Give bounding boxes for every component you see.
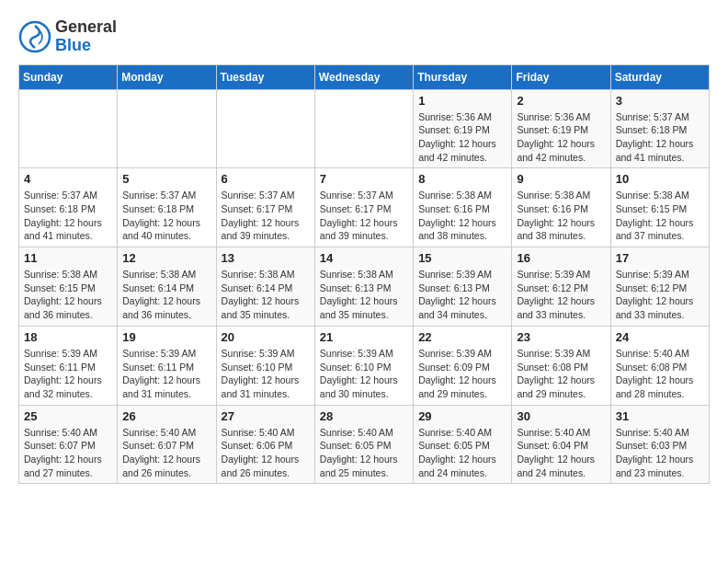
- day-number: 1: [418, 94, 506, 108]
- day-info: Sunrise: 5:36 AMSunset: 6:19 PMDaylight:…: [418, 110, 506, 165]
- day-of-week-header: Sunday: [19, 64, 118, 89]
- day-info: Sunrise: 5:40 AMSunset: 6:08 PMDaylight:…: [616, 347, 704, 401]
- day-number: 10: [616, 172, 704, 186]
- calendar-cell: 11Sunrise: 5:38 AMSunset: 6:15 PMDayligh…: [19, 247, 118, 327]
- day-number: 27: [222, 409, 310, 423]
- day-number: 13: [222, 251, 310, 265]
- day-number: 21: [320, 330, 408, 344]
- calendar-cell: 18Sunrise: 5:39 AMSunset: 6:11 PMDayligh…: [19, 326, 118, 405]
- calendar-cell: 29Sunrise: 5:40 AMSunset: 6:05 PMDayligh…: [414, 405, 512, 484]
- day-info: Sunrise: 5:38 AMSunset: 6:16 PMDaylight:…: [517, 189, 605, 243]
- calendar-cell: 9Sunrise: 5:38 AMSunset: 6:16 PMDaylight…: [512, 168, 610, 247]
- day-info: Sunrise: 5:37 AMSunset: 6:18 PMDaylight:…: [122, 189, 210, 243]
- calendar-cell: 28Sunrise: 5:40 AMSunset: 6:05 PMDayligh…: [314, 405, 413, 484]
- day-of-week-header: Wednesday: [314, 64, 413, 89]
- day-of-week-header: Thursday: [414, 64, 512, 89]
- calendar-cell: 8Sunrise: 5:38 AMSunset: 6:16 PMDaylight…: [414, 168, 512, 247]
- day-number: 28: [320, 409, 408, 423]
- day-info: Sunrise: 5:40 AMSunset: 6:04 PMDaylight:…: [517, 426, 605, 480]
- calendar-cell: 2Sunrise: 5:36 AMSunset: 6:19 PMDaylight…: [512, 89, 610, 168]
- calendar-cell: 16Sunrise: 5:39 AMSunset: 6:12 PMDayligh…: [512, 247, 610, 327]
- day-of-week-header: Tuesday: [216, 64, 314, 89]
- day-number: 5: [122, 172, 210, 186]
- calendar-cell: 1Sunrise: 5:36 AMSunset: 6:19 PMDaylight…: [414, 89, 512, 168]
- day-of-week-header: Saturday: [610, 64, 709, 89]
- calendar-cell: [118, 89, 216, 168]
- day-info: Sunrise: 5:40 AMSunset: 6:06 PMDaylight:…: [222, 426, 310, 480]
- day-info: Sunrise: 5:39 AMSunset: 6:13 PMDaylight:…: [418, 268, 506, 322]
- day-info: Sunrise: 5:38 AMSunset: 6:15 PMDaylight:…: [24, 268, 112, 322]
- day-info: Sunrise: 5:37 AMSunset: 6:17 PMDaylight:…: [222, 189, 310, 243]
- page-header: General Blue: [18, 18, 710, 55]
- calendar-table: SundayMondayTuesdayWednesdayThursdayFrid…: [18, 64, 710, 485]
- day-number: 6: [222, 172, 310, 186]
- day-info: Sunrise: 5:39 AMSunset: 6:11 PMDaylight:…: [24, 347, 112, 401]
- day-info: Sunrise: 5:38 AMSunset: 6:13 PMDaylight:…: [320, 268, 408, 322]
- calendar-cell: 3Sunrise: 5:37 AMSunset: 6:18 PMDaylight…: [610, 89, 709, 168]
- day-info: Sunrise: 5:39 AMSunset: 6:10 PMDaylight:…: [222, 347, 310, 401]
- day-of-week-header: Monday: [118, 64, 216, 89]
- calendar-cell: 22Sunrise: 5:39 AMSunset: 6:09 PMDayligh…: [414, 326, 512, 405]
- calendar-cell: 30Sunrise: 5:40 AMSunset: 6:04 PMDayligh…: [512, 405, 610, 484]
- calendar-cell: 24Sunrise: 5:40 AMSunset: 6:08 PMDayligh…: [610, 326, 709, 405]
- calendar-cell: [314, 89, 413, 168]
- day-number: 30: [517, 409, 605, 423]
- day-info: Sunrise: 5:40 AMSunset: 6:07 PMDaylight:…: [24, 426, 112, 480]
- logo-icon: [18, 20, 51, 53]
- calendar-cell: 21Sunrise: 5:39 AMSunset: 6:10 PMDayligh…: [314, 326, 413, 405]
- calendar-cell: 6Sunrise: 5:37 AMSunset: 6:17 PMDaylight…: [216, 168, 314, 247]
- day-number: 22: [418, 330, 506, 344]
- day-info: Sunrise: 5:37 AMSunset: 6:18 PMDaylight:…: [24, 189, 112, 243]
- calendar-cell: 31Sunrise: 5:40 AMSunset: 6:03 PMDayligh…: [610, 405, 709, 484]
- day-info: Sunrise: 5:37 AMSunset: 6:17 PMDaylight:…: [320, 189, 408, 243]
- calendar-cell: 20Sunrise: 5:39 AMSunset: 6:10 PMDayligh…: [216, 326, 314, 405]
- day-number: 2: [517, 94, 605, 108]
- logo: General Blue: [18, 18, 117, 55]
- day-info: Sunrise: 5:39 AMSunset: 6:12 PMDaylight:…: [616, 268, 704, 322]
- day-info: Sunrise: 5:40 AMSunset: 6:07 PMDaylight:…: [122, 426, 210, 480]
- calendar-cell: 5Sunrise: 5:37 AMSunset: 6:18 PMDaylight…: [118, 168, 216, 247]
- day-info: Sunrise: 5:38 AMSunset: 6:15 PMDaylight:…: [616, 189, 704, 243]
- day-number: 25: [24, 409, 112, 423]
- day-info: Sunrise: 5:40 AMSunset: 6:05 PMDaylight:…: [418, 426, 506, 480]
- day-number: 24: [616, 330, 704, 344]
- calendar-cell: 26Sunrise: 5:40 AMSunset: 6:07 PMDayligh…: [118, 405, 216, 484]
- calendar-cell: 10Sunrise: 5:38 AMSunset: 6:15 PMDayligh…: [610, 168, 709, 247]
- calendar-cell: 19Sunrise: 5:39 AMSunset: 6:11 PMDayligh…: [118, 326, 216, 405]
- day-info: Sunrise: 5:37 AMSunset: 6:18 PMDaylight:…: [616, 110, 704, 165]
- day-info: Sunrise: 5:36 AMSunset: 6:19 PMDaylight:…: [517, 110, 605, 165]
- calendar-cell: 17Sunrise: 5:39 AMSunset: 6:12 PMDayligh…: [610, 247, 709, 327]
- day-number: 23: [517, 330, 605, 344]
- day-number: 15: [418, 251, 506, 265]
- calendar-cell: 4Sunrise: 5:37 AMSunset: 6:18 PMDaylight…: [19, 168, 118, 247]
- day-info: Sunrise: 5:38 AMSunset: 6:14 PMDaylight:…: [222, 268, 310, 322]
- day-number: 14: [320, 251, 408, 265]
- day-number: 26: [122, 409, 210, 423]
- day-info: Sunrise: 5:38 AMSunset: 6:16 PMDaylight:…: [418, 189, 506, 243]
- calendar-cell: [216, 89, 314, 168]
- day-info: Sunrise: 5:38 AMSunset: 6:14 PMDaylight:…: [122, 268, 210, 322]
- day-of-week-header: Friday: [512, 64, 610, 89]
- day-info: Sunrise: 5:40 AMSunset: 6:03 PMDaylight:…: [616, 426, 704, 480]
- day-number: 29: [418, 409, 506, 423]
- day-number: 7: [320, 172, 408, 186]
- day-number: 12: [122, 251, 210, 265]
- calendar-cell: 15Sunrise: 5:39 AMSunset: 6:13 PMDayligh…: [414, 247, 512, 327]
- day-info: Sunrise: 5:39 AMSunset: 6:10 PMDaylight:…: [320, 347, 408, 401]
- day-number: 9: [517, 172, 605, 186]
- calendar-cell: 14Sunrise: 5:38 AMSunset: 6:13 PMDayligh…: [314, 247, 413, 327]
- day-number: 4: [24, 172, 112, 186]
- calendar-cell: 12Sunrise: 5:38 AMSunset: 6:14 PMDayligh…: [118, 247, 216, 327]
- day-info: Sunrise: 5:40 AMSunset: 6:05 PMDaylight:…: [320, 426, 408, 480]
- calendar-cell: 25Sunrise: 5:40 AMSunset: 6:07 PMDayligh…: [19, 405, 118, 484]
- day-number: 20: [222, 330, 310, 344]
- day-number: 18: [24, 330, 112, 344]
- calendar-cell: [19, 89, 118, 168]
- calendar-cell: 13Sunrise: 5:38 AMSunset: 6:14 PMDayligh…: [216, 247, 314, 327]
- logo-blue: Blue: [55, 37, 117, 55]
- day-number: 16: [517, 251, 605, 265]
- day-number: 19: [122, 330, 210, 344]
- calendar-cell: 7Sunrise: 5:37 AMSunset: 6:17 PMDaylight…: [314, 168, 413, 247]
- day-number: 8: [418, 172, 506, 186]
- day-number: 11: [24, 251, 112, 265]
